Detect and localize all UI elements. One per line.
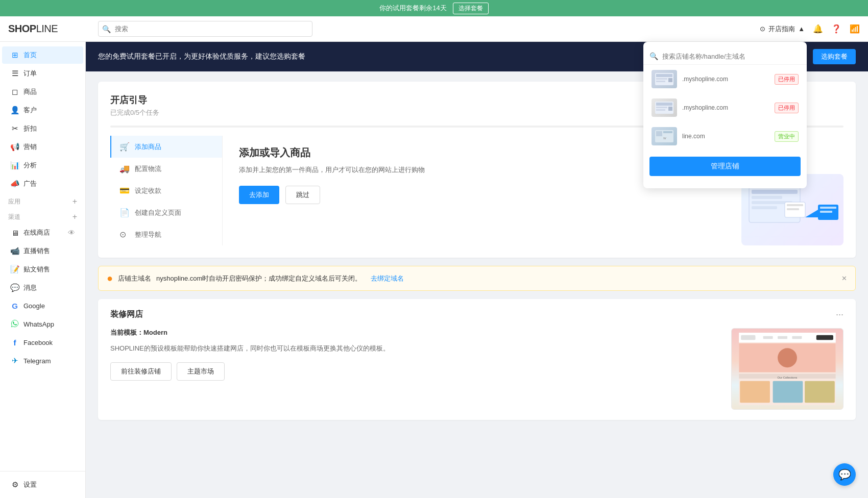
app-section: 应用 +	[0, 193, 85, 208]
search-input[interactable]	[98, 21, 312, 37]
store-thumb-image-2	[652, 98, 677, 117]
template-desc: SHOPLINE的预设模板能帮助你快速搭建网店，同时你也可以在模板商场更换其他心…	[110, 343, 719, 354]
store-info-2: .myshopline.com	[682, 104, 769, 111]
step-payment[interactable]: 💳 设定收款	[110, 180, 222, 202]
skip-button[interactable]: 跳过	[285, 186, 320, 204]
channel-section: 渠道 +	[0, 208, 85, 223]
sidebar-item-telegram[interactable]: ✈ Telegram	[2, 352, 83, 369]
store-thumb-image-3: W	[652, 127, 677, 145]
search-icon: 🔍	[102, 25, 111, 33]
whatsapp-icon	[10, 319, 19, 329]
channel-add-button[interactable]: +	[73, 212, 77, 221]
wifi-icon[interactable]: 📶	[850, 24, 860, 34]
sidebar-item-post-sales[interactable]: 📝 贴文销售	[2, 261, 83, 278]
sidebar-item-live-sales[interactable]: 📹 直播销售	[2, 242, 83, 260]
sidebar-label-product: 商品	[23, 87, 37, 96]
chat-icon: 💬	[838, 468, 851, 481]
sidebar-bottom: ⚙ 设置	[0, 471, 85, 494]
manage-store-button[interactable]: 管理店铺	[649, 157, 801, 176]
sidebar-label-telegram: Telegram	[23, 357, 51, 365]
ads-icon: 📣	[10, 179, 19, 188]
step-page-icon: 📄	[119, 208, 130, 217]
add-product-button[interactable]: 去添加	[239, 186, 279, 204]
svg-rect-2	[752, 196, 782, 199]
step-label-payment: 设定收款	[135, 186, 161, 195]
theme-market-button[interactable]: 主题市场	[177, 362, 225, 381]
store-domain-1: .myshopline.com	[682, 76, 769, 83]
decor-body: 当前模板：Modern SHOPLINE的预设模板能帮助你快速搭建网店，同时你也…	[110, 328, 843, 410]
sidebar-item-google[interactable]: G Google	[2, 297, 83, 314]
step-navigation[interactable]: ⊙ 整理导航	[110, 223, 222, 245]
svg-rect-4	[752, 206, 777, 209]
sidebar-item-whatsapp[interactable]: WhatsApp	[2, 315, 83, 333]
sidebar-item-settings[interactable]: ⚙ 设置	[2, 476, 83, 493]
channel-section-label: 渠道	[8, 213, 20, 221]
svg-text:W: W	[663, 137, 666, 140]
template-name: Modern	[143, 329, 167, 336]
help-icon[interactable]: ❓	[831, 24, 841, 34]
domain-alert: ● 店铺主域名 nyshopline.com时自动开启密码保护；成功绑定自定义域…	[98, 266, 856, 291]
sidebar-item-analytics[interactable]: 📊 分析	[2, 157, 83, 174]
sidebar-item-messages[interactable]: 💬 消息	[2, 279, 83, 296]
sidebar-item-ads[interactable]: 📣 广告	[2, 175, 83, 192]
sidebar-item-product[interactable]: ◻ 商品	[2, 83, 83, 101]
sidebar-item-order[interactable]: ☰ 订单	[2, 65, 83, 82]
svg-rect-6	[787, 204, 803, 206]
svg-rect-18	[816, 335, 833, 340]
svg-rect-24	[773, 381, 803, 403]
sidebar-item-online-store[interactable]: 🖥 在线商店 👁	[2, 224, 83, 241]
sidebar-label-messages: 消息	[23, 283, 37, 292]
svg-rect-17	[792, 336, 802, 339]
sidebar-item-marketing[interactable]: 📢 营销	[2, 138, 83, 156]
step-custom-page[interactable]: 📄 创建自定义页面	[110, 202, 222, 223]
svg-rect-30	[668, 78, 672, 82]
logo-text: SHOPLINE	[8, 23, 58, 34]
sidebar-label-ads: 广告	[23, 179, 37, 188]
step-logistics[interactable]: 🚚 配置物流	[110, 158, 222, 180]
store-thumb-3: W	[652, 127, 677, 145]
svg-rect-16	[778, 336, 787, 339]
store-thumb-1	[652, 70, 677, 88]
telegram-icon: ✈	[10, 356, 19, 365]
store-dropdown: 🔍 .myshopline.com 已停用 .myshopline.com 已停…	[643, 42, 807, 188]
store-item-2[interactable]: .myshopline.com 已停用	[643, 93, 807, 122]
svg-rect-34	[656, 109, 665, 111]
more-icon[interactable]: ···	[836, 309, 843, 320]
setup-steps: 🛒 添加商品 🚚 配置物流 💳 设定收款 📄	[110, 136, 223, 245]
sidebar-label-facebook: Facebook	[23, 339, 53, 346]
store-badge-2: 已停用	[775, 103, 799, 113]
sidebar-item-customer[interactable]: 👤 客户	[2, 102, 83, 119]
online-store-icon: 🖥	[10, 229, 19, 237]
svg-rect-11	[820, 211, 832, 213]
buy-plan-button[interactable]: 选购套餐	[813, 49, 856, 64]
domain-description: nyshopline.com时自动开启密码保护；成功绑定自定义域名后可关闭。	[156, 274, 361, 283]
open-guide-button[interactable]: ⊙ 开店指南 ▲	[760, 24, 805, 34]
svg-text:Our Collections: Our Collections	[778, 376, 798, 379]
decor-header: 装修网店 ···	[110, 309, 843, 320]
guide-icon: ⊙	[760, 25, 765, 33]
step-add-product[interactable]: 🛒 添加商品	[110, 136, 222, 158]
store-badge-3: 营业中	[775, 131, 799, 142]
store-item-3[interactable]: W line.com 营业中	[643, 122, 807, 151]
notification-icon[interactable]: 🔔	[813, 24, 823, 34]
bind-domain-link[interactable]: 去绑定域名	[371, 274, 404, 283]
go-decorate-button[interactable]: 前往装修店铺	[110, 362, 172, 381]
sidebar-label-whatsapp: WhatsApp	[23, 320, 54, 328]
banner-text: 你的试用套餐剩余14天	[379, 4, 446, 13]
svg-rect-14	[741, 335, 755, 340]
choose-plan-button[interactable]: 选择套餐	[453, 3, 489, 14]
decor-info: 当前模板：Modern SHOPLINE的预设模板能帮助你快速搭建网店，同时你也…	[110, 328, 719, 410]
app-add-button[interactable]: +	[73, 197, 77, 206]
chat-float-button[interactable]: 💬	[833, 463, 856, 486]
chevron-up-icon: ▲	[798, 25, 805, 33]
sidebar-item-facebook[interactable]: f Facebook	[2, 334, 83, 351]
close-alert-button[interactable]: ✕	[841, 275, 847, 282]
store-domain-2: .myshopline.com	[682, 104, 769, 111]
svg-rect-29	[656, 81, 665, 82]
sidebar-item-discount[interactable]: ✂ 折扣	[2, 120, 83, 137]
store-item-1[interactable]: .myshopline.com 已停用	[643, 65, 807, 93]
sidebar-item-home[interactable]: ⊞ 首页	[2, 46, 83, 64]
store-search-input[interactable]	[662, 53, 801, 60]
guide-label: 开店指南	[768, 24, 795, 34]
svg-rect-7	[787, 208, 799, 210]
